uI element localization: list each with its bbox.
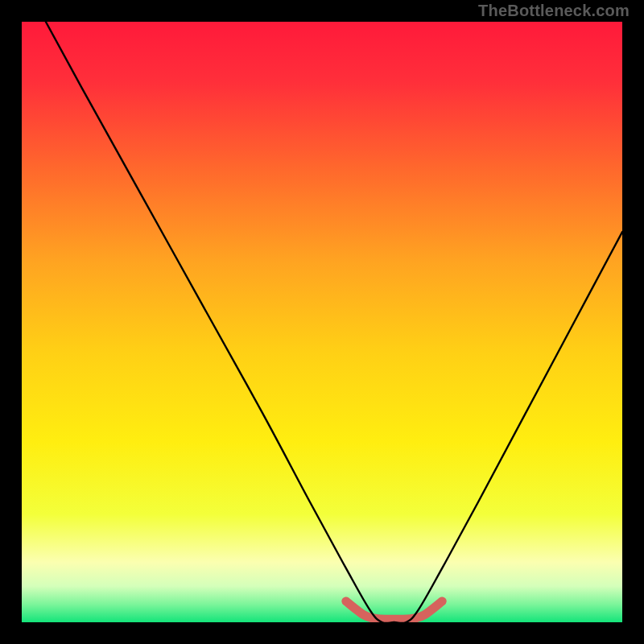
attribution-label: TheBottleneck.com (478, 2, 630, 20)
plot-area (22, 22, 622, 622)
chart-frame: TheBottleneck.com (0, 0, 644, 644)
gradient-background (22, 22, 622, 622)
chart-svg (22, 22, 622, 622)
